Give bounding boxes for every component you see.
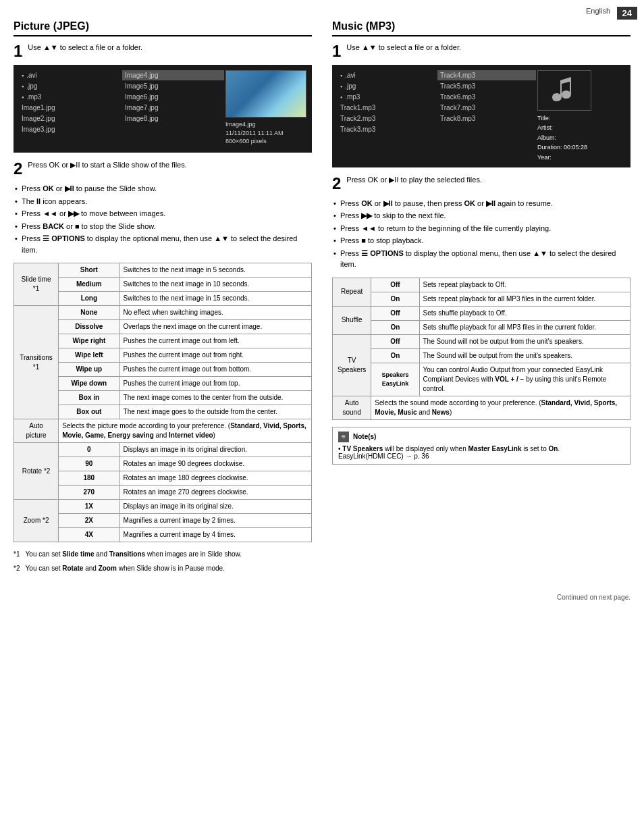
table-row: 270 Rotates an image 270 degrees clockwi… (14, 486, 312, 500)
note-header-text: Note(s) (353, 433, 376, 440)
option-repeat-on: On (371, 292, 419, 306)
bullet-item: Press ◄◄ or ▶▶ to move between images. (14, 207, 312, 220)
option-rotate-90: 90 (59, 457, 119, 471)
transitions-label: Transitions *1 (14, 306, 59, 419)
option-zoom-4x: 4X (59, 528, 119, 542)
table-row: TVSpeakers Off The Sound will not be out… (333, 334, 630, 348)
desc-short: Switches to the next image in 5 seconds. (119, 263, 311, 278)
note-content: • TV Speakers will be displayed only whe… (338, 445, 624, 460)
file-item[interactable]: ▪.avi (338, 70, 436, 80)
file-item[interactable]: Image5.jpg (122, 81, 224, 91)
desc-auto-picture: Selects the picture mode according to yo… (59, 419, 312, 443)
picture-step1-text: Use ▲▼ to select a file or a folder. (28, 43, 142, 51)
desc-medium: Switches to the next image in 10 seconds… (119, 278, 311, 292)
option-box-out: Box out (59, 405, 119, 419)
repeat-label: Repeat (333, 278, 371, 306)
desc-rotate-90: Rotates an image 90 degrees clockwise. (119, 457, 311, 471)
desc-wipe-right: Pushes the current image out from left. (119, 334, 311, 348)
file-item[interactable]: Image6.jpg (122, 92, 224, 102)
table-row: Wipe right Pushes the current image out … (14, 334, 312, 348)
bullet-item: Press BACK or ■ to stop the Slide show. (14, 220, 312, 233)
option-wipe-down: Wipe down (59, 377, 119, 391)
desc-zoom-1x: Displays an image in its original size. (119, 500, 311, 514)
bullet-item: Press OK or ▶II to pause the Slide show. (14, 182, 312, 195)
desc-speakers-off: The Sound will not be output from the un… (419, 334, 630, 348)
page-number: 24 (617, 7, 637, 20)
option-speakers-on: On (371, 348, 419, 363)
file-item[interactable]: ▪.avi (19, 70, 121, 80)
file-item[interactable]: Image1.jpg (19, 103, 121, 113)
music-title-label: Title: (537, 113, 625, 123)
file-item-selected[interactable]: Track4.mp3 (437, 70, 536, 80)
file-item[interactable]: Image3.jpg (19, 124, 121, 134)
note-box: ≡ Note(s) • TV Speakers will be displaye… (332, 427, 630, 465)
auto-sound-label: Auto sound (333, 396, 371, 419)
bullet-item: Press ◄◄ to return to the beginning of t… (332, 222, 630, 235)
option-long: Long (59, 292, 119, 306)
desc-box-out: The next image goes to the outside from … (119, 405, 311, 419)
file-item[interactable]: ▪.jpg (19, 81, 121, 91)
table-row: Wipe left Pushes the current image out f… (14, 348, 312, 363)
file-item[interactable]: Track6.mp3 (437, 92, 536, 102)
picture-title: Picture (JPEG) (14, 20, 312, 36)
desc-shuffle-off: Sets shuffle playback to Off. (419, 306, 630, 320)
option-wipe-left: Wipe left (59, 348, 119, 363)
zoom-label: Zoom *2 (14, 500, 59, 542)
option-zoom-2x: 2X (59, 514, 119, 528)
table-row: Long Switches to the next image in 15 se… (14, 292, 312, 306)
bullet-item: Press ■ to stop playback. (332, 234, 630, 247)
desc-repeat-on: Sets repeat playback for all MP3 files i… (419, 292, 630, 306)
music-options-table: Repeat Off Sets repeat playback to Off. … (332, 278, 630, 420)
file-item[interactable]: ▪.mp3 (338, 92, 436, 102)
picture-options-table: Slide time *1 Short Switches to the next… (14, 263, 312, 542)
option-wipe-right: Wipe right (59, 334, 119, 348)
desc-repeat-off: Sets repeat playback to Off. (419, 278, 630, 292)
desc-zoom-2x: Magnifies a current image by 2 times. (119, 514, 311, 528)
bullet-item: Press ▶▶ to skip to the next file. (332, 209, 630, 222)
music-step2-text: Press OK or ▶II to play the selected fil… (346, 176, 482, 184)
preview-size: 800×600 pixels (225, 138, 267, 145)
option-medium: Medium (59, 278, 119, 292)
picture-footnote2: *2 You can set Rotate and Zoom when Slid… (14, 563, 312, 573)
desc-auto-sound: Selects the sound mode according to your… (371, 396, 630, 419)
music-title: Music (MP3) (332, 20, 630, 36)
table-row: Repeat Off Sets repeat playback to Off. (333, 278, 630, 292)
picture-col1: ▪.avi ▪.jpg ▪.mp3 Image1.jpg Image2.jpg … (19, 70, 121, 147)
note-header: ≡ Note(s) (338, 432, 624, 442)
file-item[interactable]: Image2.jpg (19, 113, 121, 124)
option-short: Short (59, 263, 119, 278)
table-row: Speakers EasyLink You can control Audio … (333, 363, 630, 396)
rotate-label: Rotate *2 (14, 443, 59, 500)
music-artist-label: Artist: (537, 123, 625, 132)
preview-image (225, 70, 306, 118)
table-row: Zoom *2 1X Displays an image in its orig… (14, 500, 312, 514)
option-speakers-off: Off (371, 334, 419, 348)
file-item[interactable]: ▪.mp3 (19, 92, 121, 102)
table-row: Box out The next image goes to the outsi… (14, 405, 312, 419)
desc-box-in: The next image comes to the center from … (119, 391, 311, 405)
preview-info: Image4.jpg 11/11/2011 11:11 AM 800×600 p… (225, 120, 306, 146)
picture-preview: Image4.jpg 11/11/2011 11:11 AM 800×600 p… (225, 70, 306, 147)
file-item-selected[interactable]: Image4.jpg (122, 70, 224, 80)
file-item[interactable]: Track7.mp3 (437, 103, 536, 113)
shuffle-label: Shuffle (333, 306, 371, 334)
table-row: Shuffle Off Sets shuffle playback to Off… (333, 306, 630, 320)
option-rotate-180: 180 (59, 471, 119, 486)
desc-rotate-270: Rotates an image 270 degrees clockwise. (119, 486, 311, 500)
option-repeat-off: Off (371, 278, 419, 292)
table-row: On The Sound will be output from the uni… (333, 348, 630, 363)
file-item[interactable]: Track3.mp3 (338, 124, 436, 134)
bullet-item: Press ☰ OPTIONS to display the optional … (14, 232, 312, 256)
file-item[interactable]: Track1.mp3 (338, 103, 436, 113)
file-item[interactable]: Track8.mp3 (437, 113, 536, 124)
file-item[interactable]: ▪.jpg (338, 81, 436, 91)
file-item[interactable]: Track2.mp3 (338, 113, 436, 124)
file-item[interactable]: Image7.jpg (122, 103, 224, 113)
file-item[interactable]: Image8.jpg (122, 113, 224, 124)
file-item[interactable]: Track5.mp3 (437, 81, 536, 91)
bullet-item: Press ☰ OPTIONS to display the optional … (332, 247, 630, 271)
music-duration-label: Duration: 00:05:28 (537, 142, 625, 152)
picture-step1: 1 Use ▲▼ to select a file or a folder. (14, 43, 312, 59)
bullet-item: Press OK or ▶II to pause, then press OK … (332, 197, 630, 210)
option-rotate-270: 270 (59, 486, 119, 500)
